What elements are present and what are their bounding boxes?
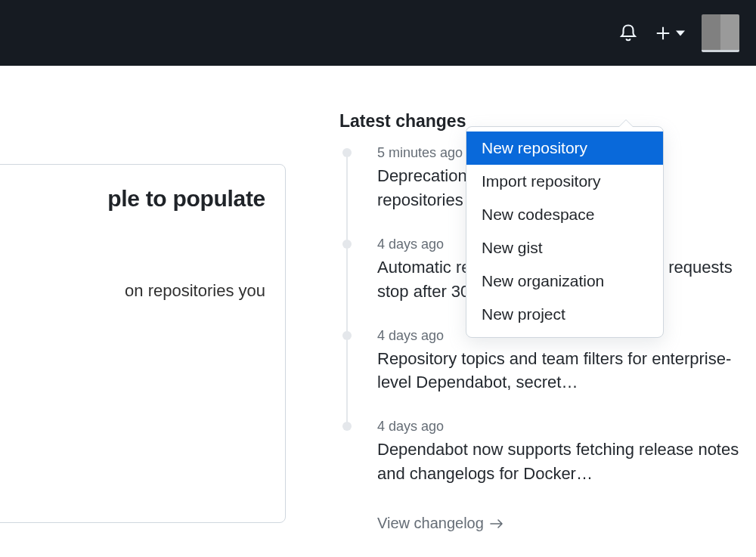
changelog-item: 4 days ago Repository topics and team fi…: [339, 328, 748, 419]
timeline-dot-icon: [342, 331, 352, 340]
feed-empty-card: ple to populate on repositories you: [0, 164, 286, 523]
dropdown-item-new-project[interactable]: New project: [466, 298, 663, 331]
changelog-item: 4 days ago Dependabot now supports fetch…: [339, 419, 748, 510]
dropdown-item-new-repository[interactable]: New repository: [466, 132, 663, 165]
dropdown-item-import-repository[interactable]: Import repository: [466, 165, 663, 198]
changelog-link[interactable]: Dependabot now supports fetching release…: [377, 438, 748, 486]
bell-icon: [618, 23, 638, 43]
dropdown-item-new-codespace[interactable]: New codespace: [466, 198, 663, 231]
caret-down-icon: [676, 29, 685, 38]
create-new-dropdown: New repository Import repository New cod…: [466, 126, 664, 338]
changelog-link[interactable]: Repository topics and team filters for e…: [377, 347, 748, 395]
feed-empty-subtitle: on repositories you: [5, 281, 265, 301]
timeline-dot-icon: [342, 240, 352, 249]
latest-changes-heading: Latest changes: [339, 111, 466, 132]
arrow-right-icon: [490, 518, 503, 529]
plus-icon: [655, 25, 671, 42]
dropdown-item-new-gist[interactable]: New gist: [466, 231, 663, 265]
create-new-button[interactable]: [655, 25, 685, 42]
user-avatar[interactable]: [702, 14, 739, 52]
changelog-time: 4 days ago: [377, 419, 748, 435]
page-body: ple to populate on repositories you es y…: [0, 66, 756, 557]
dropdown-item-new-organization[interactable]: New organization: [466, 265, 663, 298]
feed-empty-title: ple to populate: [5, 186, 265, 212]
view-changelog-link[interactable]: View changelog: [377, 515, 503, 532]
timeline-dot-icon: [342, 148, 352, 157]
global-header: [0, 0, 756, 66]
timeline-dot-icon: [342, 422, 352, 431]
notifications-button[interactable]: [618, 23, 638, 43]
